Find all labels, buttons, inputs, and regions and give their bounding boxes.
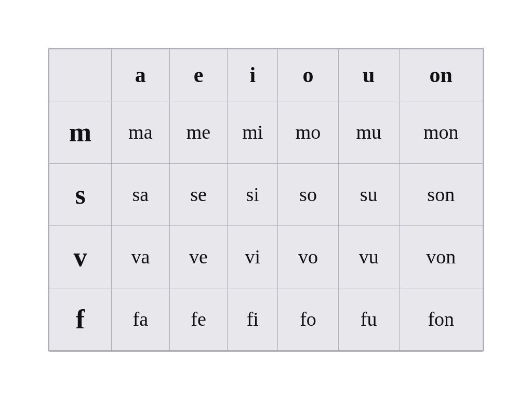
syllable-table: a e i o u on mmamemimomumonssasesisosuso… — [49, 49, 483, 351]
cell-v-2: vi — [228, 225, 278, 288]
header-u: u — [338, 49, 399, 101]
header-e: e — [169, 49, 228, 101]
row-label-s: s — [49, 163, 112, 225]
header-row: a e i o u on — [49, 49, 483, 101]
cell-s-4: su — [338, 163, 399, 225]
data-row-f: ffafefifofufon — [49, 288, 483, 350]
cell-f-5: fon — [399, 288, 483, 350]
header-i: i — [228, 49, 278, 101]
cell-v-0: va — [112, 225, 170, 288]
data-row-v: vvavevivovuvon — [49, 225, 483, 288]
cell-m-2: mi — [228, 101, 278, 163]
header-label-u: u — [363, 63, 375, 87]
data-row-s: ssasesisosuson — [49, 163, 483, 225]
header-label-a: a — [135, 63, 146, 87]
cell-v-3: vo — [278, 225, 339, 288]
cell-f-4: fu — [338, 288, 399, 350]
header-label-e: e — [194, 63, 204, 87]
header-o: o — [278, 49, 339, 101]
data-row-m: mmamemimomumon — [49, 101, 483, 163]
cell-m-4: mu — [338, 101, 399, 163]
cell-s-1: se — [169, 163, 228, 225]
header-on: on — [399, 49, 483, 101]
cell-f-2: fi — [228, 288, 278, 350]
cell-v-1: ve — [169, 225, 228, 288]
cell-m-3: mo — [278, 101, 339, 163]
row-label-m: m — [49, 101, 112, 163]
header-label-i: i — [249, 63, 256, 87]
cell-s-2: si — [228, 163, 278, 225]
cell-s-0: sa — [112, 163, 170, 225]
cell-f-0: fa — [112, 288, 170, 350]
cell-m-0: ma — [112, 101, 170, 163]
cell-v-5: von — [399, 225, 483, 288]
header-label-on: on — [430, 63, 453, 87]
cell-s-3: so — [278, 163, 339, 225]
row-label-v: v — [49, 225, 112, 288]
header-label-o: o — [303, 63, 314, 87]
cell-m-1: me — [169, 101, 228, 163]
cell-f-3: fo — [278, 288, 339, 350]
syllable-table-container: a e i o u on mmamemimomumonssasesisosuso… — [48, 48, 484, 352]
header-a: a — [112, 49, 170, 101]
corner-cell — [49, 49, 112, 101]
cell-m-5: mon — [399, 101, 483, 163]
row-label-f: f — [49, 288, 112, 350]
cell-f-1: fe — [169, 288, 228, 350]
cell-s-5: son — [399, 163, 483, 225]
cell-v-4: vu — [338, 225, 399, 288]
